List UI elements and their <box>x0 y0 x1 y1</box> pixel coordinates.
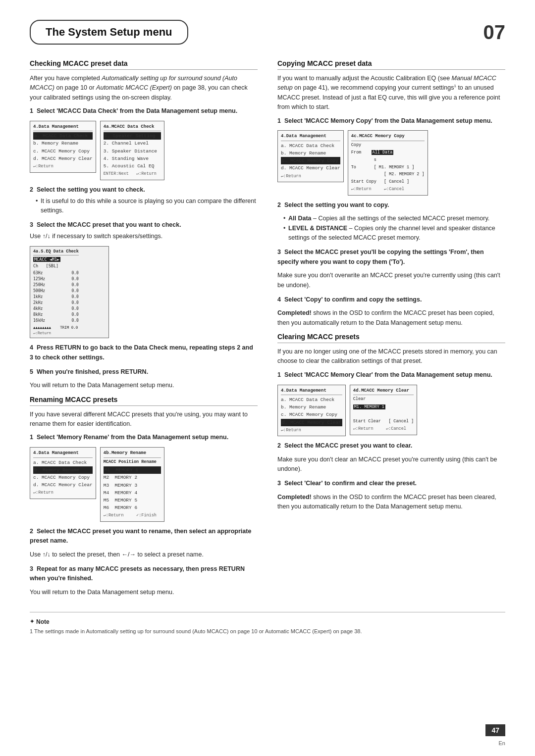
osd-memory-copy-submenu: 4c.MCACC Memory Copy Copy From All Data … <box>348 130 428 196</box>
osd-data-management-rename: 4.Data Management a. MCACC Data Check b.… <box>30 447 96 499</box>
osd-clear-container: 4.Data Management a. MCACC Data Check b.… <box>277 385 505 437</box>
step-copy-3-text: 3 Select the MCACC preset you'll be copy… <box>277 248 505 267</box>
step-clear-3-body: Completed! shows in the OSD to confirm t… <box>277 493 505 512</box>
right-column: Copying MCACC preset data If you want to… <box>277 59 505 602</box>
step-copy-1: 1 Select 'MCACC Memory Copy' from the Da… <box>277 116 505 196</box>
step-clear-3: 3 Select 'Clear' to confirm and clear th… <box>277 479 505 511</box>
step-check-4: 4 Press RETURN to go back to the Data Ch… <box>30 343 258 362</box>
step-rename-2-text: 2 Select the MCACC preset you want to re… <box>30 527 258 546</box>
step-copy-3: 3 Select the MCACC preset you'll be copy… <box>277 248 505 290</box>
section-heading-copying: Copying MCACC preset data <box>277 59 505 70</box>
step-rename-1-heading: 1 Select 'Memory Rename' from the Data M… <box>30 433 258 442</box>
section-heading-checking: Checking MCACC preset data <box>30 59 258 70</box>
note-label: Note <box>36 618 50 625</box>
bullet-copy-level: LEVEL & DISTANCE – Copies only the chann… <box>283 224 505 243</box>
step-clear-1: 1 Select 'MCACC Memory Clear' from the D… <box>277 370 505 436</box>
step-clear-2: 2 Select the MCACC preset you want to cl… <box>277 441 505 474</box>
osd-data-management-1: 4.Data Management a. MCACC Data Check b.… <box>30 121 96 173</box>
page-number-box: 47 <box>485 724 505 736</box>
page-container: The System Setup menu 07 Checking MCACC … <box>0 0 535 756</box>
step-check-2-bullets: It is useful to do this while a source i… <box>30 197 258 216</box>
step-check-4-text: 4 Press RETURN to go back to the Data Ch… <box>30 343 258 362</box>
note-icon: Note <box>30 618 50 625</box>
section-heading-renaming: Renaming MCACC presets <box>30 396 258 406</box>
step-check-2: 2 Select the setting you want to check. … <box>30 185 258 216</box>
title-box: The System Setup menu <box>30 20 188 45</box>
clearing-intro: If you are no longer using one of the MC… <box>277 347 505 366</box>
chapter-number: 07 <box>483 22 506 42</box>
left-column: Checking MCACC preset data After you hav… <box>30 59 258 602</box>
note-footnote: 1 The settings made in Automatically set… <box>30 627 505 636</box>
step-copy-2: 2 Select the setting you want to copy. A… <box>277 201 505 243</box>
step-copy-4: 4 Select 'Copy' to confirm and copy the … <box>277 295 505 328</box>
step-check-1-heading: 1 Select 'MCACC Data Check' from the Dat… <box>30 106 258 116</box>
osd-data-check-submenu: 4a.MCACC Data Check 1. Speaker Setting 2… <box>100 121 164 180</box>
osd-data-management-clear: 4.Data Management a. MCACC Data Check b.… <box>277 385 346 437</box>
step-clear-2-body: Make sure you don't clear an MCACC prese… <box>277 455 505 474</box>
osd-memory-rename-submenu: 4b.Memory Rename MCACC Position Rename M… <box>100 447 164 522</box>
step-clear-1-heading: 1 Select 'MCACC Memory Clear' from the D… <box>277 370 505 380</box>
step-rename-2-body: Use ↑/↓ to select the preset, then ←/→ t… <box>30 550 258 559</box>
step-rename-2: 2 Select the MCACC preset you want to re… <box>30 527 258 559</box>
step-rename-3-body: You will return to the Data Management s… <box>30 588 258 597</box>
osd-check-1: 4.Data Management a. MCACC Data Check b.… <box>30 121 258 180</box>
step-copy-2-text: 2 Select the setting you want to copy. <box>277 201 505 210</box>
section-copying: Copying MCACC preset data If you want to… <box>277 59 505 328</box>
step-check-5: 5 When you're finished, press RETURN. Yo… <box>30 367 258 391</box>
checking-intro: After you have completed Automatically s… <box>30 74 258 102</box>
step-rename-1: 1 Select 'Memory Rename' from the Data M… <box>30 433 258 521</box>
step-check-2-heading: 2 Select the setting you want to check. <box>30 185 258 195</box>
step-copy-2-bullets: All Data – Copies all the settings of th… <box>277 214 505 243</box>
osd-eq-container: 4a.S.EQ Data Check MCACC ◄M1► Ch [SBL] <box>30 246 258 338</box>
osd-data-management-copy: 4.Data Management a. MCACC Data Check b.… <box>277 130 344 182</box>
osd-eq-screen: 4a.S.EQ Data Check MCACC ◄M1► Ch [SBL] <box>30 246 109 338</box>
osd-copy-container: 4.Data Management a. MCACC Data Check b.… <box>277 130 505 196</box>
note-section: Note 1 The settings made in Automaticall… <box>30 612 505 635</box>
step-check-1: 1 Select 'MCACC Data Check' from the Dat… <box>30 106 258 180</box>
header-section: The System Setup menu 07 <box>30 20 505 45</box>
step-rename-3: 3 Repeat for as many MCACC presets as ne… <box>30 564 258 597</box>
page-title: The System Setup menu <box>46 26 172 39</box>
section-checking: Checking MCACC preset data After you hav… <box>30 59 258 391</box>
step-copy-4-body: Completed! shows in the OSD to confirm t… <box>277 308 505 328</box>
renaming-intro: If you have several different MCACC pres… <box>30 410 258 429</box>
step-copy-4-text: 4 Select 'Copy' to confirm and copy the … <box>277 295 505 304</box>
section-heading-clearing: Clearing MCACC presets <box>277 333 505 343</box>
section-renaming: Renaming MCACC presets If you have sever… <box>30 396 258 597</box>
osd-rename-container: 4.Data Management a. MCACC Data Check b.… <box>30 447 258 522</box>
step-rename-3-text: 3 Repeat for as many MCACC presets as ne… <box>30 564 258 584</box>
step-check-3-heading: 3 Select the MCACC preset that you want … <box>30 220 258 230</box>
step-check-5-body: You will return to the Data Management s… <box>30 381 258 390</box>
step-clear-2-text: 2 Select the MCACC preset you want to cl… <box>277 441 505 451</box>
step-check-3-body: Use ↑/↓ if necessary to switch speakers/… <box>30 232 258 241</box>
page-lang: En <box>499 740 505 746</box>
step-check-3: 3 Select the MCACC preset that you want … <box>30 220 258 338</box>
step-copy-1-heading: 1 Select 'MCACC Memory Copy' from the Da… <box>277 116 505 126</box>
content-columns: Checking MCACC preset data After you hav… <box>30 59 505 602</box>
section-clearing: Clearing MCACC presets If you are no lon… <box>277 333 505 511</box>
osd-memory-clear-submenu: 4d.MCACC Memory Clear Clear M1. MEMORY 1… <box>350 385 417 435</box>
bullet-copy-alldata: All Data – Copies all the settings of th… <box>283 214 505 223</box>
copying-intro: If you want to manually adjust the Acous… <box>277 74 505 112</box>
step-clear-3-text: 3 Select 'Clear' to confirm and clear th… <box>277 479 505 488</box>
step-copy-3-body: Make sure you don't overwrite an MCACC p… <box>277 271 505 290</box>
step-check-5-text: 5 When you're finished, press RETURN. <box>30 367 258 377</box>
bullet-check-2: It is useful to do this while a source i… <box>36 197 258 216</box>
